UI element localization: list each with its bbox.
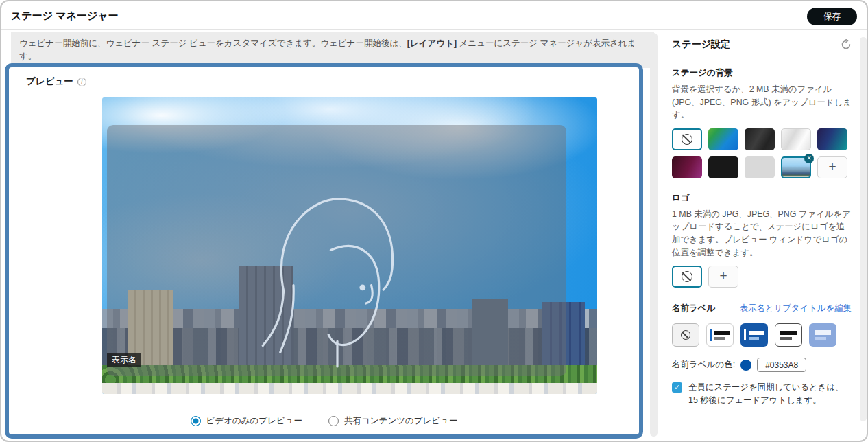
edit-display-name-link[interactable]: 表示名とサブタイトルを編集: [740, 303, 852, 314]
background-section-heading: ステージの背景: [672, 67, 852, 79]
preview-title-row: プレビュー: [26, 75, 86, 88]
refresh-icon[interactable]: [841, 39, 852, 50]
display-name-badge[interactable]: 表示名: [107, 353, 141, 367]
preview-title: プレビュー: [26, 75, 73, 88]
sync-fadeout-row: 全員にステージを同期しているときは、15 秒後にフェードアウトします。: [672, 381, 852, 406]
background-option-none[interactable]: [672, 128, 702, 150]
remove-background-icon[interactable]: [804, 154, 814, 163]
logo-upload-button[interactable]: [708, 266, 738, 288]
name-label-color-swatch[interactable]: [740, 360, 751, 371]
logo-option-row: [672, 266, 852, 288]
name-label-style-row: [672, 323, 852, 347]
main-scrollbar[interactable]: [650, 33, 658, 437]
preview-panel: プレビュー: [5, 63, 643, 439]
stage-background-preview: 表示名: [102, 97, 597, 394]
no-name-label-icon: [681, 330, 690, 340]
name-label-heading: 名前ラベル: [672, 303, 715, 314]
background-option-city-photo-selected[interactable]: [781, 156, 811, 178]
background-option-dark-smoke[interactable]: [745, 128, 775, 150]
preview-mode-radio-group: ビデオのみのプレビュー 共有コンテンツのプレビュー: [9, 415, 639, 427]
page-title: ステージ マネージャー: [11, 10, 119, 23]
sync-fadeout-label: 全員にステージを同期しているときは、15 秒後にフェードアウトします。: [688, 381, 852, 406]
no-logo-icon: [682, 271, 692, 282]
name-label-style-outline[interactable]: [775, 323, 802, 347]
background-upload-button[interactable]: [817, 156, 847, 178]
background-option-magenta-gradient[interactable]: [672, 156, 702, 178]
sync-fadeout-checkbox[interactable]: [672, 382, 682, 393]
radio-video-only[interactable]: ビデオのみのプレビュー: [191, 415, 302, 427]
radio-shared-content-control[interactable]: [328, 416, 339, 426]
radio-video-only-control[interactable]: [191, 416, 201, 426]
background-swatch-grid: [672, 128, 852, 178]
header-divider: [1, 29, 867, 30]
logo-section-heading: ロゴ: [672, 192, 852, 204]
background-option-black[interactable]: [708, 156, 738, 178]
background-option-white-silk[interactable]: [781, 128, 811, 150]
radio-shared-content[interactable]: 共有コンテンツのプレビュー: [328, 415, 457, 427]
info-icon[interactable]: [77, 78, 86, 86]
name-label-color-label: 名前ラベルの色:: [672, 359, 735, 371]
name-label-style-blue-accent[interactable]: [740, 323, 768, 347]
background-option-light-gray[interactable]: [745, 156, 775, 178]
background-option-green-blue-gradient[interactable]: [708, 128, 738, 150]
name-label-style-periwinkle[interactable]: [809, 323, 836, 347]
logo-option-none-selected[interactable]: [672, 266, 702, 288]
save-button[interactable]: 保存: [807, 8, 857, 25]
sidebar-title: ステージ設定: [672, 38, 730, 51]
sidebar-header: ステージ設定: [672, 38, 852, 51]
name-label-style-none[interactable]: [672, 323, 699, 347]
name-label-color-row: 名前ラベルの色:: [672, 358, 852, 372]
placeholder-face-illustration: [250, 166, 414, 386]
no-background-icon: [682, 134, 692, 145]
banner-line-1: ウェビナー開始前に、ウェビナー ステージ ビューをカスタマイズできます。ウェビナ…: [19, 37, 646, 63]
stage-manager-window: ステージ マネージャー 保存 ウェビナー開始前に、ウェビナー ステージ ビューを…: [0, 0, 868, 442]
background-option-navy-teal-gradient[interactable]: [817, 128, 847, 150]
background-section-description: 背景を選択するか、2 MB 未満のファイル (JPG、JPEG、PNG 形式) …: [672, 83, 852, 121]
name-label-color-input[interactable]: [757, 358, 806, 372]
stage-settings-sidebar: ステージ設定 ステージの背景 背景を選択するか、2 MB 未満のファイル (JP…: [672, 38, 852, 406]
name-label-header: 名前ラベル 表示名とサブタイトルを編集: [672, 303, 852, 314]
radio-video-only-label: ビデオのみのプレビュー: [206, 415, 302, 427]
logo-section-description: 1 MB 未満の JPG、JPEG、PNG ファイルをアップロードすることで、ス…: [672, 208, 852, 259]
sidebar-scrollbar[interactable]: [860, 37, 867, 421]
name-label-style-light-accent[interactable]: [706, 323, 734, 347]
radio-shared-content-label: 共有コンテンツのプレビュー: [344, 415, 457, 427]
